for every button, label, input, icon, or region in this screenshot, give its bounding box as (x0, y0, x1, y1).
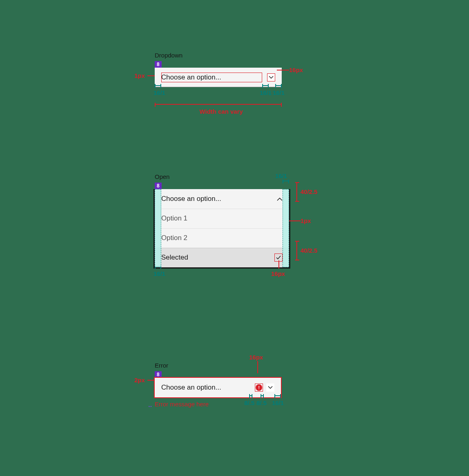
dropdown-open[interactable]: Choose an option... Option 1 Option 2 Se… (155, 189, 289, 267)
icon-size-label: 16px (271, 270, 285, 277)
row-height-dim (296, 182, 297, 202)
dim-pad-left (155, 85, 161, 86)
chevron-down-icon (266, 383, 274, 392)
pad-left-label: 16/1 (153, 89, 165, 96)
top-right-pad-label: 16/1 (275, 172, 287, 179)
leader-line-v (278, 260, 279, 269)
state-label: Open (155, 173, 311, 180)
state-label: Dropdown (155, 52, 311, 59)
chevron-up-icon (277, 195, 283, 203)
option-label: Option 2 (161, 234, 187, 242)
leader-line-v (257, 361, 258, 373)
leader-line (277, 70, 289, 71)
dim-pad-right (275, 85, 282, 86)
leader-line (147, 75, 155, 76)
option-label: Option 1 (161, 214, 187, 223)
chevron-down-icon (267, 73, 275, 82)
error-icon-size-label: 16px (249, 354, 263, 361)
dropdown-header[interactable]: Choose an option... (155, 189, 289, 209)
divider-label: 1px (300, 217, 311, 224)
dropdown-field-error[interactable]: Choose an option... ! (155, 378, 281, 397)
spacing-badge: 8 (155, 61, 162, 68)
dropdown-option[interactable]: Option 2 (155, 228, 289, 248)
border-annotation: 2px (134, 377, 145, 383)
pad-mid-label: 16/1 (260, 89, 272, 96)
dim-pad-right (274, 395, 281, 396)
width-dim (155, 104, 282, 105)
option-label: Selected (161, 253, 188, 262)
gap-1-label: 8/.5 (244, 399, 254, 406)
gap-2-label: 8/.5 (256, 399, 267, 406)
dim-gap-1 (249, 395, 252, 396)
dropdown-option[interactable]: Option 1 (155, 209, 289, 228)
purple-indicator: ↔ (147, 403, 153, 409)
width-label: Width can vary (199, 108, 243, 115)
dropdown-placeholder: Choose an option... (161, 195, 221, 203)
row-height-label-2: 40/2.5 (300, 247, 318, 254)
dropdown-placeholder: Choose an option... (161, 383, 252, 392)
row-height-dim-2 (296, 241, 297, 260)
dim-pad-left (155, 266, 161, 267)
border-annotation: 1px (134, 72, 145, 79)
error-message: Error message here (155, 401, 311, 408)
dim-pad-mid (262, 85, 269, 86)
dropdown-open-spec: Open 16/1 8 Choose an option... Option 1… (155, 173, 311, 267)
dropdown-option-selected[interactable]: Selected (155, 248, 289, 267)
row-height-label: 40/2.5 (300, 188, 318, 195)
error-icon: ! (255, 383, 263, 392)
state-label: Error (155, 362, 311, 369)
dim-top-right-pad (283, 181, 289, 181)
leader-line (289, 220, 300, 221)
dim-gap-2 (261, 395, 264, 396)
spacing-badge: 8 (155, 371, 162, 378)
icon-size-annotation: 16px (289, 66, 303, 73)
dropdown-error-spec: Error 8 16px Choose an option... ! ↔ Err… (155, 362, 311, 408)
spacing-badge: 8 (155, 183, 162, 189)
leader-line (147, 380, 155, 381)
pad-right-label: 16/1 (273, 89, 285, 96)
dropdown-placeholder: Choose an option... (161, 73, 275, 82)
dropdown-closed-spec: Dropdown 8 Choose an option... 1px 16px … (155, 52, 311, 87)
pad-left-label: 16/1 (153, 270, 165, 277)
pad-right-label: 16/1 (272, 399, 284, 406)
